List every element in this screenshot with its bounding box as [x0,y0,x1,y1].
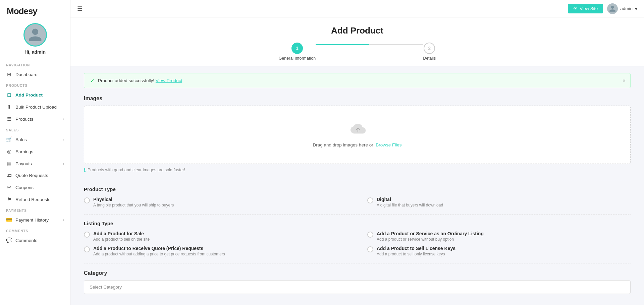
avatar [23,23,47,47]
info-icon: ℹ [84,167,86,173]
sidebar: Modesy Hi, admin NAVIGATION ⊞ Dashboard … [0,0,70,305]
nav-section-products: PRODUCTS [0,80,70,89]
listing-type-license[interactable]: Add a Product to Sell License Keys Add a… [367,246,631,256]
product-type-options: Physical A tangible product that you wil… [84,197,631,207]
dropdown-arrow-icon: ▾ [635,6,637,11]
license-desc: Add a product to sell only license keys [377,252,455,256]
upload-hint: ℹ Products with good and clear images ar… [84,167,631,173]
alert-close-button[interactable]: × [623,78,626,84]
sidebar-item-dashboard[interactable]: ⊞ Dashboard [0,68,70,80]
quote-desc: Add a product without adding a price to … [93,252,225,256]
eye-icon: 👁 [573,6,578,11]
browse-files-link[interactable]: Browse Files [376,142,401,147]
digital-radio[interactable] [367,197,373,203]
listing-type-quote[interactable]: Add a Product to Receive Quote (Price) R… [84,246,347,256]
payouts-icon: ▤ [6,161,12,167]
section-divider-2 [84,214,631,215]
chevron-right-icon: ‹ [63,162,64,166]
nav-section-sales: SALES [0,125,70,133]
listing-type-ordinary[interactable]: Add a Product or Service as an Ordinary … [367,231,631,242]
add-product-header: Add Product 1 General Information 2 Deta… [70,17,644,66]
sidebar-item-payouts[interactable]: ▤ Payouts ‹ [0,158,70,170]
category-select[interactable]: Select Category [84,280,631,294]
payment-icon: 💳 [6,217,12,223]
digital-title: Digital [377,197,443,202]
products-icon: ☰ [6,116,12,122]
for-sale-title: Add a Product for Sale [93,231,150,236]
admin-dropdown[interactable]: admin ▾ [607,3,637,14]
ordinary-desc: Add a product or service without buy opt… [377,237,484,242]
listing-type-title: Listing Type [84,221,631,226]
topbar-left: ☰ [77,5,83,12]
earnings-icon: ◎ [6,148,12,155]
success-alert: ✓ Product added successfully! View Produ… [84,73,631,88]
quote-icon: 🏷 [6,173,12,178]
alert-text: Product added successfully! View Product [98,78,182,83]
ordinary-title: Add a Product or Service as an Ordinary … [377,231,484,236]
view-site-button[interactable]: 👁 View Site [568,4,603,13]
sidebar-item-payment-history[interactable]: 💳 Payment History ‹ [0,214,70,226]
sidebar-item-refund-requests[interactable]: ⚑ Refund Requests [0,193,70,205]
content-area: ✓ Product added successfully! View Produ… [70,66,644,305]
step-2-circle: 2 [424,43,435,54]
step-connector [316,44,423,45]
images-section: Images Drag and drop images here or Brow… [84,96,631,173]
product-type-digital[interactable]: Digital A digital file that buyers will … [367,197,631,207]
chevron-right-icon: ‹ [63,137,64,141]
physical-desc: A tangible product that you will ship to… [93,203,174,207]
bulk-upload-icon: ⬆ [6,104,12,110]
topbar-right: 👁 View Site admin ▾ [568,3,637,14]
product-type-section: Product Type Physical A tangible product… [84,186,631,207]
sidebar-item-earnings[interactable]: ◎ Earnings [0,145,70,158]
app-logo: Modesy [0,0,70,20]
admin-avatar [607,3,618,14]
listing-type-for-sale[interactable]: Add a Product for Sale Add a product to … [84,231,347,242]
chevron-right-icon: ‹ [63,218,64,222]
section-divider [84,180,631,180]
step-2: 2 Details [423,43,436,61]
category-section: Category Select Category [84,270,631,294]
physical-title: Physical [93,197,174,202]
for-sale-radio[interactable] [84,232,90,238]
user-profile-area: Hi, admin [0,20,70,60]
sidebar-item-add-product[interactable]: ◻ Add Product [0,89,70,101]
product-type-physical[interactable]: Physical A tangible product that you wil… [84,197,347,207]
refund-icon: ⚑ [6,196,12,202]
topbar: ☰ 👁 View Site admin ▾ [70,0,644,17]
listing-type-section: Listing Type Add a Product for Sale Add … [84,221,631,256]
image-upload-dropzone[interactable]: Drag and drop images here or Browse File… [84,106,631,164]
sidebar-item-sales[interactable]: 🛒 Sales ‹ [0,133,70,145]
sidebar-item-quote-requests[interactable]: 🏷 Quote Requests [0,170,70,181]
quote-radio[interactable] [84,246,90,252]
product-type-title: Product Type [84,186,631,192]
hamburger-menu[interactable]: ☰ [77,5,83,12]
nav-section-navigation: NAVIGATION [0,60,70,68]
physical-radio[interactable] [84,197,90,203]
digital-desc: A digital file that buyers will download [377,203,443,207]
license-radio[interactable] [367,246,373,252]
nav-section-payments: PAYMENTS [0,205,70,214]
check-icon: ✓ [90,77,95,84]
sidebar-item-coupons[interactable]: ✂ Coupons [0,181,70,193]
category-title: Category [84,270,631,276]
coupons-icon: ✂ [6,184,12,190]
ordinary-radio[interactable] [367,232,373,238]
license-title: Add a Product to Sell License Keys [377,246,455,251]
view-product-link[interactable]: View Product [156,78,182,83]
main-content: ☰ 👁 View Site admin ▾ Add Product [70,0,644,305]
dashboard-icon: ⊞ [6,71,12,77]
listing-type-options: Add a Product for Sale Add a product to … [84,231,631,256]
sidebar-item-comments[interactable]: 💬 Comments [0,234,70,246]
sales-icon: 🛒 [6,136,12,142]
sidebar-item-bulk-upload[interactable]: ⬆ Bulk Product Upload [0,101,70,113]
add-product-icon: ◻ [6,92,12,98]
for-sale-desc: Add a product to sell on the site [93,237,150,242]
images-title: Images [84,96,631,102]
step-1-circle: 1 [291,43,303,54]
page-body: Add Product 1 General Information 2 Deta… [70,17,644,305]
sidebar-item-products[interactable]: ☰ Products ‹ [0,113,70,125]
stepper: 1 General Information 2 Details [84,43,631,66]
comments-icon: 💬 [6,237,12,243]
page-title: Add Product [84,25,631,36]
quote-title: Add a Product to Receive Quote (Price) R… [93,246,225,251]
